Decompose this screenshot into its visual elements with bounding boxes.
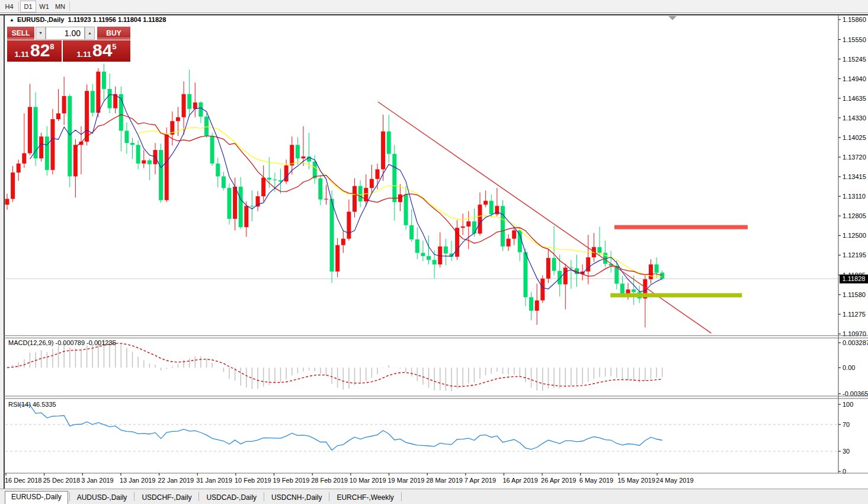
rsi-indicator-label: RSI(14) 46.5335 — [8, 401, 56, 408]
svg-text:26 Apr 2019: 26 Apr 2019 — [541, 477, 576, 484]
chart-tab-eurchf-weekly[interactable]: EURCHF-,Weekly — [331, 492, 399, 504]
timeframe-button-d1[interactable]: D1 — [20, 1, 36, 12]
svg-text:1.13415: 1.13415 — [843, 173, 866, 180]
svg-text:100: 100 — [843, 401, 853, 408]
buy-price-big: 84 — [92, 40, 112, 62]
svg-text:1.14025: 1.14025 — [843, 134, 866, 141]
sell-price-sup: 8 — [50, 42, 54, 51]
svg-text:0.00: 0.00 — [843, 364, 855, 371]
tab-separator — [134, 492, 134, 501]
chart-tab-bar: EURUSD-,DailyAUDUSD-,DailyUSDCHF-,DailyU… — [0, 489, 868, 504]
volume-increase-button[interactable]: ▲ — [85, 27, 95, 40]
svg-text:30: 30 — [843, 448, 850, 455]
svg-text:10 Mar 2019: 10 Mar 2019 — [350, 477, 386, 484]
symbol-period-label: EURUSD-,Daily — [17, 16, 64, 23]
svg-text:1.14330: 1.14330 — [843, 114, 866, 122]
volume-input[interactable] — [46, 27, 85, 40]
svg-text:1.11275: 1.11275 — [843, 311, 866, 318]
svg-text:0.003287: 0.003287 — [843, 339, 868, 346]
collapse-panel-icon[interactable]: ▲ — [9, 17, 14, 23]
tab-separator — [329, 492, 329, 501]
svg-text:1.12195: 1.12195 — [843, 251, 866, 259]
buy-button[interactable]: BUY — [97, 27, 130, 40]
chart-tab-usdchf-daily[interactable]: USDCHF-,Daily — [136, 492, 197, 504]
macd-indicator-label: MACD(12,26,9) -0.000789 -0.001235 — [8, 339, 116, 346]
volume-decrease-button[interactable]: ▼ — [36, 27, 46, 40]
timeframe-button-w1[interactable]: W1 — [36, 1, 52, 12]
chart-tab-audusd-daily[interactable]: AUDUSD-,Daily — [71, 492, 133, 504]
buy-price-small: 1.11 — [76, 50, 91, 59]
svg-text:15 May 2019: 15 May 2019 — [617, 477, 655, 484]
chart-title: ▲EURUSD-,Daily 1.11923 1.11956 1.11804 1… — [9, 16, 166, 24]
svg-text:1.13720: 1.13720 — [843, 154, 866, 161]
svg-text:13 Jan 2019: 13 Jan 2019 — [120, 477, 156, 484]
svg-text:28 Mar 2019: 28 Mar 2019 — [426, 477, 463, 484]
svg-text:31 Jan 2019: 31 Jan 2019 — [196, 477, 232, 484]
tab-separator — [401, 492, 402, 501]
buy-price-sup: 5 — [112, 42, 116, 51]
svg-text:1.13110: 1.13110 — [843, 193, 866, 200]
svg-text:19 Mar 2019: 19 Mar 2019 — [388, 477, 425, 484]
toolbar-separator — [18, 2, 19, 11]
svg-text:1.15550: 1.15550 — [843, 36, 866, 43]
chart-tab-usdcad-daily[interactable]: USDCAD-,Daily — [200, 492, 262, 504]
one-click-trade-panel: SELL ▼ ▲ BUY 1.11 82 8 1.11 84 5 — [7, 27, 130, 62]
timeframe-button-h4[interactable]: H4 — [1, 1, 17, 12]
svg-text:1.12500: 1.12500 — [843, 232, 866, 239]
trading-terminal: H4D1W1MN 1.158601.155501.152451.149401.1… — [0, 0, 868, 504]
sell-price-display[interactable]: 1.11 82 8 — [7, 40, 62, 62]
price-chart-canvas[interactable]: 1.158601.155501.152451.149401.146351.143… — [0, 13, 868, 504]
svg-text:1.15860: 1.15860 — [843, 16, 866, 23]
chart-tab-eurusd-daily[interactable]: EURUSD-,Daily — [5, 491, 68, 504]
svg-text:1.14635: 1.14635 — [843, 95, 866, 102]
timeframe-toolbar: H4D1W1MN — [0, 0, 868, 13]
tab-separator — [69, 492, 70, 501]
svg-text:25 Dec 2018: 25 Dec 2018 — [43, 477, 80, 484]
tab-separator — [198, 492, 199, 501]
sell-price-big: 82 — [30, 40, 50, 62]
ohlc-readout: 1.11923 1.11956 1.11804 1.11828 — [68, 16, 166, 23]
svg-text:19 Feb 2019: 19 Feb 2019 — [273, 477, 310, 484]
svg-text:10 Feb 2019: 10 Feb 2019 — [235, 477, 271, 484]
svg-text:1.14940: 1.14940 — [843, 75, 866, 82]
tab-separator — [264, 492, 264, 501]
sell-button[interactable]: SELL — [7, 27, 34, 40]
chart-tab-usdcnh-daily[interactable]: USDCNH-,Daily — [265, 492, 328, 504]
svg-text:16 Apr 2019: 16 Apr 2019 — [502, 477, 537, 484]
svg-text:7 Apr 2019: 7 Apr 2019 — [465, 477, 496, 484]
svg-text:70: 70 — [843, 421, 850, 428]
svg-text:22 Jan 2019: 22 Jan 2019 — [158, 477, 194, 484]
svg-text:24 May 2019: 24 May 2019 — [656, 477, 694, 484]
svg-text:16 Dec 2018: 16 Dec 2018 — [5, 477, 41, 484]
svg-text:1.15245: 1.15245 — [843, 56, 866, 63]
svg-text:28 Feb 2019: 28 Feb 2019 — [311, 477, 348, 484]
chart-window: 1.158601.155501.152451.149401.146351.143… — [0, 13, 868, 504]
svg-text:1.11580: 1.11580 — [843, 291, 866, 298]
svg-text:1.10970: 1.10970 — [843, 330, 866, 337]
svg-text:0: 0 — [843, 468, 846, 475]
svg-text:6 May 2019: 6 May 2019 — [579, 477, 613, 484]
svg-text:1.12805: 1.12805 — [843, 212, 866, 219]
timeframe-button-mn[interactable]: MN — [52, 1, 68, 12]
buy-price-display[interactable]: 1.11 84 5 — [63, 40, 130, 62]
current-price-tag: 1.11828 — [840, 275, 868, 283]
svg-text:3 Jan 2019: 3 Jan 2019 — [81, 477, 113, 484]
sell-price-small: 1.11 — [14, 50, 29, 59]
toolbar-separator — [69, 2, 70, 11]
